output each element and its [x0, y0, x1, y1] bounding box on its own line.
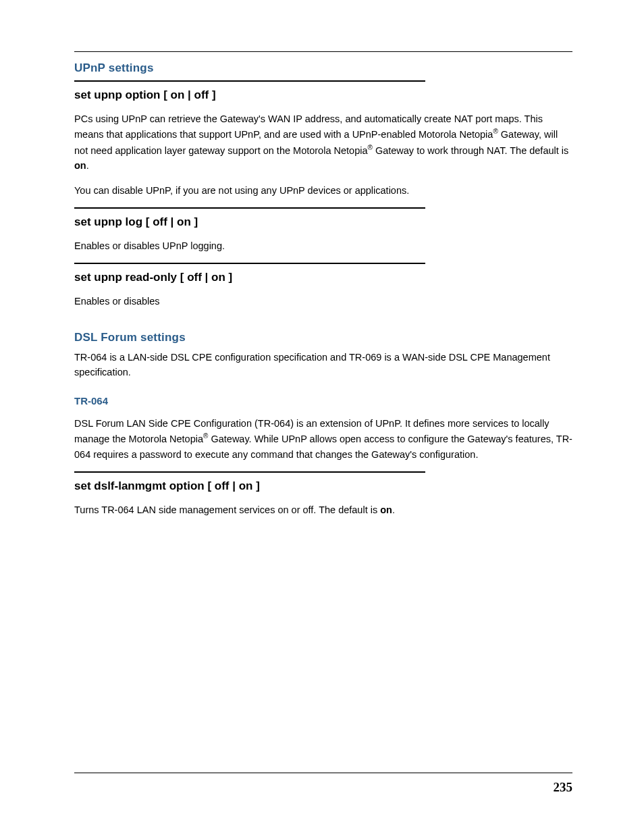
upnp-log-description: Enables or disables UPnP logging. — [74, 238, 572, 253]
text-fragment: Turns TR-064 LAN side management service… — [74, 504, 380, 515]
page-number: 235 — [554, 780, 573, 795]
text-fragment: PCs using UPnP can retrieve the Gateway'… — [74, 113, 543, 140]
dslf-lanmgmt-description: Turns TR-064 LAN side management service… — [74, 502, 572, 517]
text-fragment: . — [392, 504, 395, 515]
upnp-settings-heading: UPnP settings — [74, 61, 572, 75]
text-fragment: Gateway to work through NAT. The default… — [373, 145, 568, 156]
cmd-set-upnp-log: set upnp log [ off | on ] — [74, 215, 572, 229]
tr064-subheading: TR-064 — [74, 395, 572, 407]
divider-rule — [74, 263, 425, 264]
vertical-spacer — [74, 319, 572, 331]
registered-mark: ® — [493, 128, 498, 135]
dsl-forum-settings-heading: DSL Forum settings — [74, 331, 572, 344]
upnp-readonly-description: Enables or disables — [74, 294, 572, 309]
cmd-set-upnp-option: set upnp option [ on | off ] — [74, 88, 572, 102]
text-bold: on — [380, 504, 392, 515]
divider-rule — [74, 207, 425, 209]
divider-rule — [74, 471, 425, 473]
page-content: UPnP settings set upnp option [ on | off… — [0, 0, 644, 518]
text-bold: on — [74, 160, 86, 171]
cmd-set-dslf-lanmgmt: set dslf-lanmgmt option [ off | on ] — [74, 479, 572, 493]
bottom-horizontal-rule — [74, 773, 572, 773]
tr064-description: DSL Forum LAN Side CPE Configuration (TR… — [74, 416, 572, 462]
upnp-option-description-1: PCs using UPnP can retrieve the Gateway'… — [74, 111, 572, 174]
text-fragment: . — [86, 160, 89, 171]
upnp-option-description-2: You can disable UPnP, if you are not usi… — [74, 183, 572, 198]
top-horizontal-rule — [74, 51, 572, 52]
dsl-forum-intro: TR-064 is a LAN-side DSL CPE configurati… — [74, 350, 572, 380]
registered-mark: ® — [367, 144, 372, 151]
cmd-set-upnp-readonly: set upnp read-only [ off | on ] — [74, 271, 572, 284]
divider-rule — [74, 80, 425, 82]
